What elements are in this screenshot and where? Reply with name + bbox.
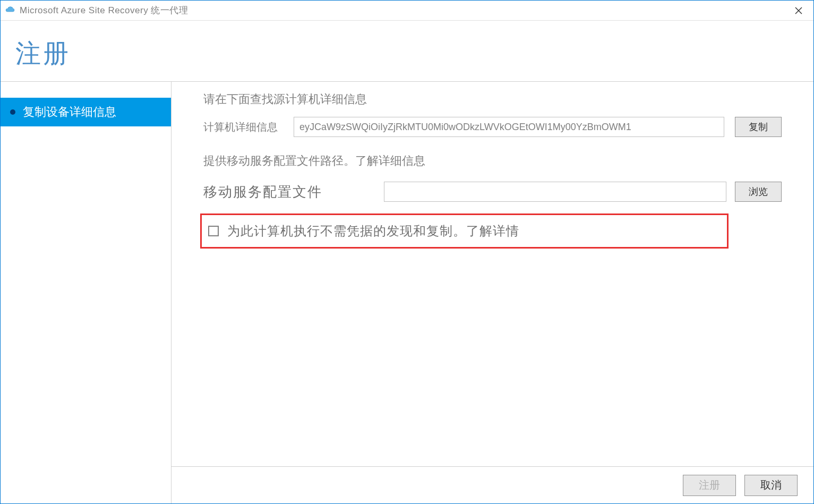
page-title: 注册 [15,37,799,71]
instruction-find-source: 请在下面查找源计算机详细信息 [203,91,782,107]
machine-details-input[interactable] [294,117,724,137]
bullet-icon [10,109,15,115]
config-file-input[interactable] [384,182,726,202]
machine-details-label: 计算机详细信息 [203,120,294,134]
main-content: 请在下面查找源计算机详细信息 计算机详细信息 复制 提供移动服务配置文件路径。了… [172,82,813,503]
sidebar-item-label: 复制设备详细信息 [23,104,116,120]
sidebar: 复制设备详细信息 [1,82,172,503]
copy-button[interactable]: 复制 [735,117,782,137]
titlebar-text: Microsoft Azure Site Recovery 统一代理 [20,4,788,16]
app-icon [5,5,15,16]
highlight-box: 为此计算机执行不需凭据的发现和复制。了解详情 [200,213,729,249]
header-section: 注册 [1,21,813,82]
close-button[interactable] [788,3,809,19]
machine-details-row: 计算机详细信息 复制 [203,117,782,137]
titlebar: Microsoft Azure Site Recovery 统一代理 [1,1,813,21]
credentialless-checkbox[interactable] [208,226,219,236]
form-area: 请在下面查找源计算机详细信息 计算机详细信息 复制 提供移动服务配置文件路径。了… [172,82,813,466]
config-file-row: 移动服务配置文件 浏览 [203,182,782,202]
credentialless-checkbox-wrapper: 为此计算机执行不需凭据的发现和复制。了解详情 [205,223,519,240]
credentialless-checkbox-label: 为此计算机执行不需凭据的发现和复制。了解详情 [227,223,519,240]
instruction-config-path: 提供移动服务配置文件路径。了解详细信息 [203,153,782,169]
body-section: 复制设备详细信息 请在下面查找源计算机详细信息 计算机详细信息 复制 提供移动服… [1,82,813,503]
register-button[interactable]: 注册 [683,475,736,496]
cancel-button[interactable]: 取消 [744,475,798,496]
sidebar-item-device-details[interactable]: 复制设备详细信息 [1,98,171,126]
window: Microsoft Azure Site Recovery 统一代理 注册 复制… [0,0,814,504]
footer: 注册 取消 [172,466,813,503]
config-file-label: 移动服务配置文件 [203,183,384,201]
browse-button[interactable]: 浏览 [735,182,782,202]
